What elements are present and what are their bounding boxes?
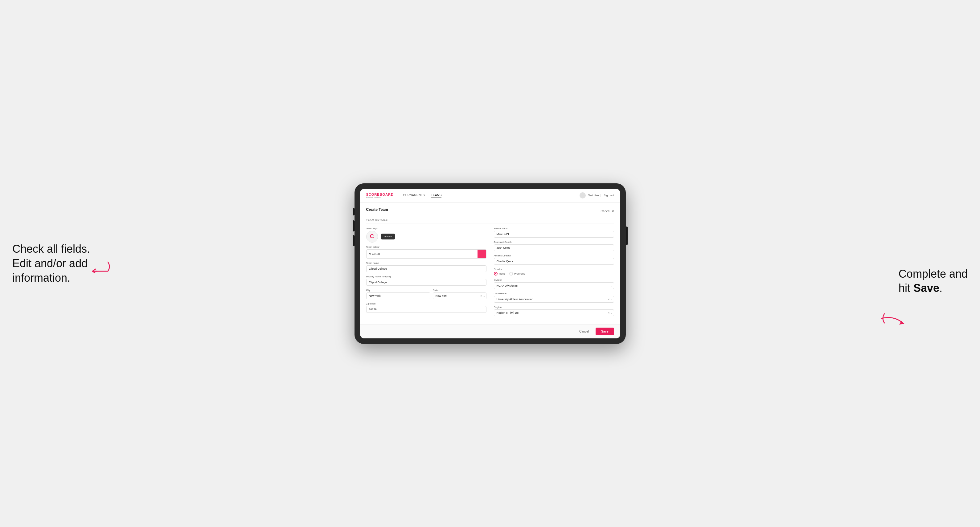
tablet-screen: SCOREBOARD Powered by clippd TOURNAMENTS…: [360, 189, 620, 338]
brand-logo: SCOREBOARD Powered by clippd: [366, 193, 394, 198]
state-select[interactable]: New York: [433, 292, 487, 299]
city-field: City: [366, 289, 430, 299]
display-name-group: Display name (unique): [366, 275, 487, 286]
head-coach-group: Head Coach: [494, 227, 614, 238]
form-footer: Cancel Save: [360, 324, 620, 338]
form-title: Create Team: [366, 207, 388, 212]
radio-womens: [509, 272, 513, 276]
tablet-frame: SCOREBOARD Powered by clippd TOURNAMENTS…: [355, 183, 626, 344]
division-select[interactable]: NCAA Division III: [494, 282, 614, 289]
conference-label: Conference: [494, 292, 614, 295]
asst-coach-label: Assistant Coach: [494, 241, 614, 243]
annotation-line3: information.: [12, 271, 70, 284]
nav-links: TOURNAMENTS TEAMS: [401, 193, 579, 198]
cancel-button[interactable]: Cancel: [576, 328, 592, 335]
arrow-left-icon: [86, 260, 111, 273]
state-label: State: [433, 289, 487, 292]
save-button[interactable]: Save: [596, 328, 614, 335]
navbar: SCOREBOARD Powered by clippd TOURNAMENTS…: [360, 189, 620, 203]
cancel-top-label: Cancel: [600, 210, 610, 213]
head-coach-input[interactable]: [494, 231, 614, 238]
athletic-dir-group: Athletic Director: [494, 254, 614, 265]
athletic-dir-label: Athletic Director: [494, 254, 614, 257]
team-colour-label: Team colour: [366, 246, 487, 248]
signout-link[interactable]: Sign out: [604, 194, 614, 197]
color-field: [366, 249, 487, 259]
division-select-wrapper: NCAA Division III ⌄: [494, 282, 614, 289]
section-label: TEAM DETAILS: [366, 219, 614, 224]
brand-name: SCOREBOARD: [366, 193, 394, 196]
annotation-line1: Check all fields.: [12, 243, 90, 255]
annotation-right: Complete and hit Save.: [899, 267, 968, 296]
nav-user: Test User | Sign out: [579, 192, 614, 198]
user-avatar: [579, 192, 586, 198]
conference-select-wrapper: University Athletic Association ✕ ⌄: [494, 296, 614, 303]
arrow-right-icon: [881, 312, 906, 324]
cancel-top[interactable]: Cancel ✕: [600, 210, 614, 213]
asst-coach-group: Assistant Coach: [494, 241, 614, 251]
team-colour-group: Team colour: [366, 246, 487, 259]
gender-label: Gender: [494, 268, 614, 271]
state-select-wrapper: New York ✕ ⌄: [433, 292, 487, 299]
annotation-left: Check all fields. Edit and/or add inform…: [12, 242, 90, 285]
conference-group: Conference University Athletic Associati…: [494, 292, 614, 303]
form-container: Create Team Cancel ✕ TEAM DETAILS Team l…: [360, 203, 620, 324]
team-name-label: Team name: [366, 262, 487, 264]
user-label: Test User |: [588, 194, 601, 197]
annotation-right-line2: hit Save.: [899, 282, 942, 294]
brand-sub: Powered by clippd: [366, 196, 394, 198]
logo-circle: C: [366, 231, 378, 243]
team-logo-group: Team logo C Upload: [366, 227, 487, 243]
display-name-label: Display name (unique): [366, 275, 487, 278]
tablet-button: [353, 235, 355, 246]
gender-womens-option[interactable]: Womens: [509, 272, 525, 276]
display-name-input[interactable]: [366, 279, 487, 286]
division-label: Division: [494, 279, 614, 281]
gender-womens-label: Womens: [514, 272, 525, 275]
nav-teams[interactable]: TEAMS: [431, 193, 441, 198]
team-name-group: Team name: [366, 262, 487, 272]
region-select[interactable]: Region II - (M) DIII: [494, 310, 614, 316]
region-group: Region Region II - (M) DIII ✕ ⌄: [494, 306, 614, 316]
region-select-wrapper: Region II - (M) DIII ✕ ⌄: [494, 310, 614, 316]
form-left-column: Team logo C Upload Team colour: [366, 227, 487, 319]
asst-coach-input[interactable]: [494, 244, 614, 251]
zip-input[interactable]: [366, 306, 487, 313]
logo-area: C Upload: [366, 231, 487, 243]
form-right-column: Head Coach Assistant Coach Athletic Dire…: [494, 227, 614, 319]
team-name-input[interactable]: [366, 265, 487, 272]
zip-label: Zip code: [366, 302, 487, 305]
tablet-button: [626, 227, 628, 245]
team-colour-input[interactable]: [366, 251, 477, 257]
athletic-dir-input[interactable]: [494, 258, 614, 265]
form-body: Team logo C Upload Team colour: [366, 227, 614, 319]
gender-row: Mens Womens: [494, 272, 614, 276]
gender-mens-option[interactable]: Mens: [494, 272, 506, 276]
tablet-button: [353, 208, 355, 216]
close-icon: ✕: [612, 210, 614, 213]
division-group: Division NCAA Division III ⌄: [494, 279, 614, 289]
annotation-line2: Edit and/or add: [12, 257, 88, 270]
city-label: City: [366, 289, 430, 292]
nav-tournaments[interactable]: TOURNAMENTS: [401, 193, 425, 198]
tablet-button: [353, 221, 355, 232]
team-logo-label: Team logo: [366, 227, 487, 230]
color-swatch[interactable]: [477, 250, 486, 258]
city-state-group: City State New York: [366, 289, 487, 299]
gender-mens-label: Mens: [499, 272, 506, 275]
city-state-row: City State New York: [366, 289, 487, 299]
region-label: Region: [494, 306, 614, 308]
gender-group: Gender Mens Womens: [494, 268, 614, 276]
head-coach-label: Head Coach: [494, 227, 614, 230]
state-field: State New York ✕ ⌄: [433, 289, 487, 299]
city-input[interactable]: [366, 292, 430, 299]
conference-select[interactable]: University Athletic Association: [494, 296, 614, 303]
upload-button[interactable]: Upload: [381, 233, 395, 240]
zip-group: Zip code: [366, 302, 487, 313]
annotation-right-line1: Complete and: [899, 268, 968, 280]
radio-mens: [494, 272, 498, 276]
